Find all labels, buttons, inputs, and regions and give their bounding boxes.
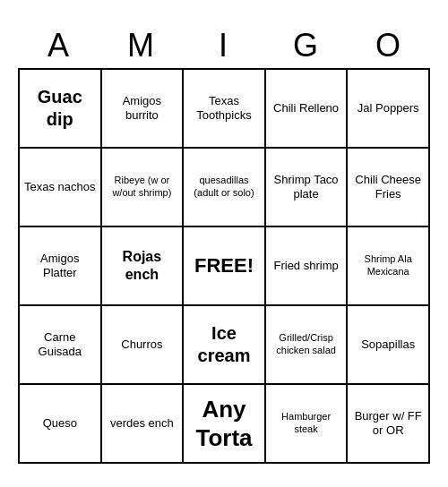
bingo-cell-r2c4: Shrimp Ala Mexicana <box>348 227 430 306</box>
bingo-cell-r4c4: Burger w/ FF or OR <box>348 385 430 464</box>
bingo-cell-r4c0: Queso <box>20 385 102 464</box>
bingo-cell-r2c3: Fried shrimp <box>266 227 349 306</box>
header-letter: I <box>183 23 265 68</box>
bingo-cell-r3c1: Churros <box>102 306 185 385</box>
bingo-cell-r0c2: Texas Toothpicks <box>184 70 266 149</box>
bingo-cell-r0c1: Amigos burrito <box>102 70 185 149</box>
bingo-cell-r1c3: Shrimp Taco plate <box>266 149 349 227</box>
bingo-cell-r3c2: Ice cream <box>184 306 266 385</box>
bingo-card: AMIGO Guac dipAmigos burritoTexas Toothp… <box>9 14 439 473</box>
header-letter: O <box>348 23 430 68</box>
header-letter: G <box>265 23 348 68</box>
bingo-cell-r3c4: Sopapillas <box>348 306 430 385</box>
header-letter: A <box>18 23 100 68</box>
bingo-cell-r2c0: Amigos Platter <box>20 227 102 306</box>
bingo-cell-r0c0: Guac dip <box>20 70 102 149</box>
bingo-cell-r4c3: Hamburger steak <box>266 385 349 464</box>
header-letter: M <box>100 23 183 68</box>
bingo-cell-r0c3: Chili Relleno <box>266 70 349 149</box>
bingo-cell-r1c2: quesadillas (adult or solo) <box>184 149 266 227</box>
bingo-cell-r0c4: Jal Poppers <box>348 70 430 149</box>
bingo-cell-r4c1: verdes ench <box>102 385 185 464</box>
bingo-cell-r3c3: Grilled/Crisp chicken salad <box>266 306 349 385</box>
bingo-cell-r2c2: FREE! <box>184 227 266 306</box>
bingo-cell-r1c0: Texas nachos <box>20 149 102 227</box>
bingo-cell-r4c2: Any Torta <box>184 385 266 464</box>
bingo-grid: Guac dipAmigos burritoTexas ToothpicksCh… <box>18 68 430 464</box>
bingo-cell-r2c1: Rojas ench <box>102 227 185 306</box>
bingo-header: AMIGO <box>18 23 430 68</box>
bingo-cell-r3c0: Carne Guisada <box>20 306 102 385</box>
bingo-cell-r1c4: Chili Cheese Fries <box>348 149 430 227</box>
bingo-cell-r1c1: Ribeye (w or w/out shrimp) <box>102 149 185 227</box>
